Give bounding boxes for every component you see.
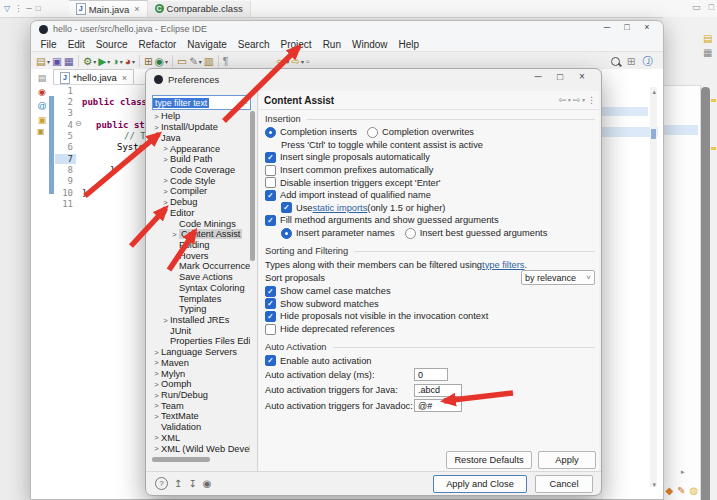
- restore-icon[interactable]: ▭: [692, 2, 701, 12]
- minimize-view-icon[interactable]: ─: [26, 5, 32, 13]
- menu-item-run[interactable]: Run: [317, 39, 346, 50]
- tree-collapsed-icon[interactable]: >: [152, 358, 161, 367]
- maximize-view-icon[interactable]: □: [36, 5, 41, 13]
- tree-collapsed-icon[interactable]: >: [152, 380, 161, 389]
- export-preferences-icon[interactable]: ↥: [174, 478, 182, 489]
- console-view-icon[interactable]: ▤: [38, 73, 47, 83]
- insert-common-prefixes-checkbox[interactable]: [265, 165, 276, 176]
- toolbar-button[interactable]: ◕▾: [125, 55, 135, 67]
- tree-collapsed-icon[interactable]: >: [152, 348, 161, 357]
- completion-inserts-radio[interactable]: [265, 127, 276, 138]
- minimize-button[interactable]: ─: [527, 71, 549, 82]
- close-tab-icon[interactable]: ×: [122, 73, 127, 83]
- scroll-down-icon[interactable]: ▾: [652, 481, 656, 489]
- tree-item-folding[interactable]: Folding: [150, 240, 250, 251]
- dropdown-caret-icon[interactable]: ▾: [93, 58, 96, 65]
- dropdown-caret-icon[interactable]: ▾: [132, 58, 135, 65]
- tree-collapsed-icon[interactable]: >: [152, 412, 161, 421]
- toolbar-button[interactable]: ▶▾: [98, 55, 110, 67]
- tree-collapsed-icon[interactable]: >: [161, 198, 170, 207]
- menu-item-search[interactable]: Search: [232, 39, 275, 50]
- toolbar-button[interactable]: ◉▾: [155, 55, 168, 67]
- tree-item-textmate[interactable]: >TextMate: [150, 411, 250, 422]
- search-icon[interactable]: [611, 57, 620, 66]
- tree-expanded-icon[interactable]: ˅: [161, 208, 170, 217]
- tree-item-mark-occurrences[interactable]: Mark Occurrences: [150, 261, 250, 272]
- dropdown-caret-icon[interactable]: ▾: [286, 58, 289, 65]
- editor-tab-hello-java[interactable]: J *hello.java ×: [53, 69, 134, 85]
- folder-icon[interactable]: ◆: [666, 485, 674, 496]
- maximize-button[interactable]: □: [617, 22, 637, 32]
- tree-expanded-icon[interactable]: ˅: [152, 133, 161, 142]
- menu-item-window[interactable]: Window: [346, 39, 393, 50]
- tree-item-xml[interactable]: >XML: [150, 433, 250, 444]
- tree-item-code-coverage[interactable]: Code Coverage: [150, 165, 250, 176]
- pane-divider[interactable]: [257, 91, 258, 471]
- tree-item-hovers[interactable]: Hovers: [150, 250, 250, 261]
- tree-item-mylyn[interactable]: >Mylyn: [150, 368, 250, 379]
- tree-item-content-assist[interactable]: >Content Assist: [150, 229, 250, 240]
- close-tab-icon[interactable]: ×: [134, 4, 139, 14]
- menu-item-file[interactable]: File: [35, 39, 62, 50]
- tree-scrollbar-thumb[interactable]: [250, 111, 255, 261]
- tree-item-validation[interactable]: Validation: [150, 422, 250, 433]
- toolbar-button[interactable]: ◑▾: [112, 55, 122, 67]
- enable-auto-activation-checkbox[interactable]: ✓: [265, 355, 276, 366]
- tree-item-installed-jres[interactable]: >Installed JREs: [150, 315, 250, 326]
- maximize-icon[interactable]: □: [709, 2, 714, 12]
- insert-single-proposals-checkbox[interactable]: ✓: [265, 152, 276, 163]
- dropdown-caret-icon[interactable]: ▾: [165, 58, 168, 65]
- dialog-title-bar[interactable]: Preferences ─ □ ×: [146, 69, 601, 89]
- tree-item-run-debug[interactable]: >Run/Debug: [150, 390, 250, 401]
- cancel-button[interactable]: Cancel: [535, 475, 593, 493]
- apply-button[interactable]: Apply: [538, 451, 596, 469]
- problems-view-icon[interactable]: ◉: [38, 87, 46, 97]
- type-filters-link[interactable]: type filters: [482, 260, 524, 270]
- menu-item-edit[interactable]: Edit: [62, 39, 90, 50]
- clear-filter-icon[interactable]: ×: [243, 98, 250, 107]
- toolbar-button[interactable]: ▦: [64, 55, 74, 67]
- tree-item-editor[interactable]: ˅Editor: [150, 207, 250, 218]
- tree-item-language-servers[interactable]: >Language Servers: [150, 347, 250, 358]
- tree-collapsed-icon[interactable]: >: [152, 123, 161, 132]
- tree-collapsed-icon[interactable]: >: [152, 112, 161, 121]
- toolbar-button[interactable]: ▭: [177, 55, 187, 67]
- menu-item-refactor[interactable]: Refactor: [133, 39, 182, 50]
- auto-activation-triggers-java-input[interactable]: [414, 384, 462, 397]
- dropdown-caret-icon[interactable]: ▾: [301, 58, 304, 65]
- tree-collapsed-icon[interactable]: >: [161, 176, 170, 185]
- add-import-checkbox[interactable]: ✓: [265, 190, 276, 201]
- close-button[interactable]: ×: [571, 71, 593, 82]
- menu-item-project[interactable]: Project: [275, 39, 317, 50]
- tab-comparable-class[interactable]: C Comparable.class: [148, 1, 251, 17]
- java-perspective-icon[interactable]: Ⓙ: [643, 55, 654, 67]
- tree-collapsed-icon[interactable]: >: [161, 187, 170, 196]
- forward-icon[interactable]: ⇨: [573, 95, 581, 105]
- completion-overwrites-radio[interactable]: [367, 127, 378, 138]
- menu-item-help[interactable]: Help: [393, 39, 425, 50]
- tree-item-junit[interactable]: JUnit: [150, 325, 250, 336]
- tree-collapsed-icon[interactable]: >: [152, 444, 161, 453]
- disable-insertion-triggers-checkbox[interactable]: [265, 177, 276, 188]
- dropdown-caret-icon[interactable]: ▾: [120, 58, 123, 65]
- window-title-bar[interactable]: hello - user/src/hello.java - Eclipse ID…: [31, 21, 663, 37]
- tree-item-debug[interactable]: >Debug: [150, 197, 250, 208]
- show-subword-checkbox[interactable]: ✓: [265, 298, 276, 309]
- record-preferences-icon[interactable]: ◉: [203, 478, 212, 489]
- badge-icon[interactable]: ◍: [690, 485, 699, 496]
- filter-icon[interactable]: ▽: [4, 5, 10, 13]
- tree-item-java[interactable]: ˅Java: [150, 132, 250, 143]
- view-menu-icon[interactable]: ⋮: [587, 95, 595, 105]
- insert-parameter-names-radio[interactable]: [281, 228, 292, 239]
- toolbar-button[interactable]: ⇨▾: [291, 55, 304, 67]
- scroll-right-icon[interactable]: ▸: [681, 468, 685, 476]
- restore-defaults-button[interactable]: Restore Defaults: [446, 451, 532, 469]
- hide-deprecated-checkbox[interactable]: [265, 324, 276, 335]
- dropdown-caret-icon[interactable]: ▾: [199, 58, 202, 65]
- toolbar-button[interactable]: ¶: [223, 55, 229, 67]
- view-menu-icon[interactable]: ⋮: [14, 5, 22, 13]
- toolbar-button[interactable]: ▣: [52, 55, 62, 67]
- minimize-button[interactable]: ─: [597, 22, 617, 32]
- tree-collapsed-icon[interactable]: >: [152, 391, 161, 400]
- tab-main-java[interactable]: J Main.java ×: [69, 0, 148, 17]
